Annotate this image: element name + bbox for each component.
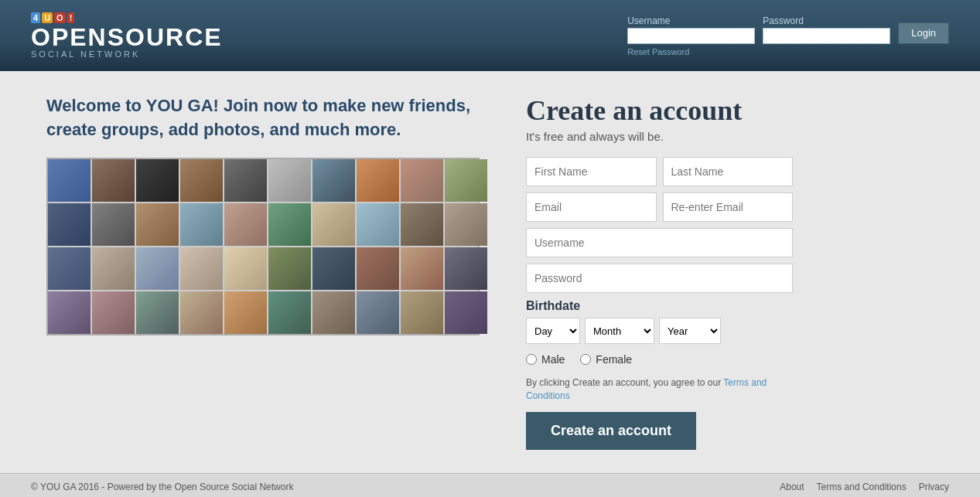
photo-15	[224, 203, 267, 246]
photo-grid	[46, 158, 480, 335]
photo-6	[268, 159, 311, 202]
month-select[interactable]: Month	[585, 318, 654, 344]
reg-password-input[interactable]	[526, 264, 793, 293]
photo-2	[92, 159, 135, 202]
birthdate-label: Birthdate	[526, 299, 793, 313]
photo-27	[312, 247, 355, 290]
female-option[interactable]: Female	[580, 353, 632, 366]
password-label: Password	[763, 15, 890, 26]
photo-21	[48, 247, 90, 290]
password-input[interactable]	[763, 28, 890, 44]
register-subtitle: It's free and always will be.	[526, 130, 793, 143]
photo-8	[357, 159, 399, 202]
photo-23	[136, 247, 179, 290]
create-account-button[interactable]: Create an account	[526, 412, 696, 450]
footer-privacy-link[interactable]: Privacy	[919, 482, 949, 492]
female-radio[interactable]	[580, 354, 591, 365]
register-title: Create an account	[526, 94, 793, 127]
photo-1	[48, 159, 90, 202]
badge-o: O	[54, 12, 66, 23]
logo-badges: 4 U O !	[31, 12, 74, 23]
photo-20	[445, 203, 487, 246]
photo-25	[224, 247, 267, 290]
photo-3	[136, 159, 179, 202]
photo-40	[445, 291, 487, 334]
logo: 4 U O ! OPENSOURCE SOCIAL NETWORK	[31, 12, 223, 59]
photo-5	[224, 159, 267, 202]
footer-about-link[interactable]: About	[780, 482, 804, 492]
left-section: Welcome to YOU GA! Join now to make new …	[46, 94, 480, 450]
year-select[interactable]: Year	[659, 318, 721, 344]
last-name-input[interactable]	[663, 157, 794, 186]
photo-16	[268, 203, 311, 246]
photo-26	[268, 247, 311, 290]
photo-10	[445, 159, 487, 202]
photo-36	[268, 291, 311, 334]
welcome-text: Welcome to YOU GA! Join now to make new …	[46, 94, 480, 142]
photo-34	[180, 291, 223, 334]
footer-terms-link[interactable]: Terms and Conditions	[817, 482, 907, 492]
photo-22	[92, 247, 135, 290]
birthdate-selects: Day Month Year	[526, 318, 793, 344]
photo-9	[401, 159, 443, 202]
username-label: Username	[627, 15, 755, 26]
email-row	[526, 192, 793, 222]
photo-14	[180, 203, 223, 246]
photo-12	[92, 203, 135, 246]
photo-24	[180, 247, 223, 290]
photo-11	[48, 203, 90, 246]
photo-37	[312, 291, 355, 334]
photo-31	[48, 291, 90, 334]
password-group: Password	[763, 15, 890, 44]
logo-title: OPENSOURCE	[31, 25, 223, 49]
header: 4 U O ! OPENSOURCE SOCIAL NETWORK Userna…	[0, 0, 980, 71]
username-input[interactable]	[627, 28, 755, 44]
name-row	[526, 157, 793, 186]
photo-4	[180, 159, 223, 202]
footer-links: About Terms and Conditions Privacy	[780, 482, 949, 492]
username-row	[526, 228, 793, 257]
first-name-input[interactable]	[526, 157, 657, 186]
reset-password-link[interactable]: Reset Password	[627, 47, 689, 56]
female-label: Female	[596, 353, 632, 366]
terms-text: By clicking Create an account, you agree…	[526, 376, 793, 403]
photo-17	[312, 203, 355, 246]
photo-39	[401, 291, 443, 334]
photo-32	[92, 291, 135, 334]
day-select[interactable]: Day	[526, 318, 580, 344]
badge-ex: !	[67, 12, 75, 23]
photo-33	[136, 291, 179, 334]
footer: © YOU GA 2016 - Powered by the Open Sour…	[0, 473, 980, 497]
photo-7	[312, 159, 355, 202]
auth-fields: Username Password Login	[627, 15, 949, 44]
email-input[interactable]	[526, 192, 657, 222]
photo-29	[401, 247, 443, 290]
login-button[interactable]: Login	[898, 22, 949, 44]
male-option[interactable]: Male	[526, 353, 565, 366]
footer-copyright: © YOU GA 2016 - Powered by the Open Sour…	[31, 482, 293, 492]
photo-18	[357, 203, 399, 246]
photo-19	[401, 203, 443, 246]
username-group: Username	[627, 15, 755, 44]
photo-28	[357, 247, 399, 290]
gender-row: Male Female	[526, 353, 793, 366]
reg-username-input[interactable]	[526, 228, 793, 257]
male-radio[interactable]	[526, 354, 537, 365]
main-content: Welcome to YOU GA! Join now to make new …	[0, 71, 980, 473]
photo-35	[224, 291, 267, 334]
re-email-input[interactable]	[663, 192, 794, 222]
register-section: Create an account It's free and always w…	[526, 94, 793, 450]
photo-30	[445, 247, 487, 290]
badge-u: U	[42, 12, 53, 23]
header-auth: Username Password Login Reset Password	[627, 15, 949, 56]
logo-subtitle: SOCIAL NETWORK	[31, 49, 140, 59]
photo-13	[136, 203, 179, 246]
photo-38	[357, 291, 399, 334]
male-label: Male	[541, 353, 565, 366]
password-row	[526, 264, 793, 293]
badge-4: 4	[31, 12, 40, 23]
